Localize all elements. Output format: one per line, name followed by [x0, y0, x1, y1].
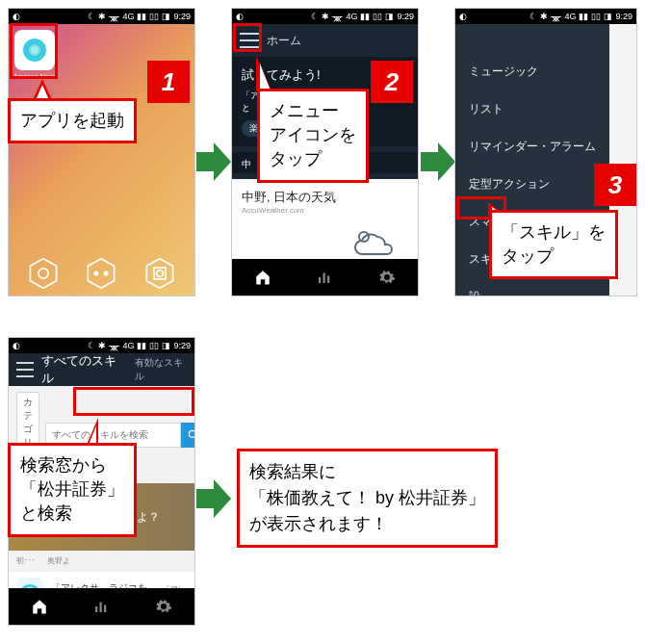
- callout-result: 検索結果に 「株価教えて！ by 松井証券」 が表示されます！: [237, 449, 498, 548]
- skills-topbar: すべてのスキル 有効なスキル: [9, 353, 194, 386]
- weather-source: AccuWeather.com: [242, 206, 408, 215]
- dock: [9, 257, 194, 290]
- callout-step2: メニュー アイコンを タップ: [257, 89, 369, 183]
- dock-icon-2[interactable]: [85, 257, 117, 290]
- svg-point-14: [189, 430, 195, 437]
- svg-point-1: [39, 269, 48, 278]
- svg-rect-16: [95, 606, 97, 612]
- phone-step1: ◐ ☾✱ᚘ4G▮▮▯▯◨ 9:29 Amazon Alexa: [8, 8, 195, 296]
- gear-icon[interactable]: [378, 269, 396, 286]
- skills-title: すべてのスキル: [41, 352, 119, 387]
- svg-marker-5: [146, 259, 172, 289]
- home-icon[interactable]: [254, 269, 271, 286]
- svg-rect-11: [323, 273, 325, 284]
- svg-rect-18: [104, 605, 106, 613]
- dock-icon-1[interactable]: [27, 257, 60, 290]
- svg-marker-8: [196, 142, 231, 181]
- callout-step1: アプリを起動: [8, 98, 137, 143]
- bottom-tabbar: [9, 588, 194, 625]
- drawer-item-list[interactable]: リスト: [455, 90, 609, 128]
- svg-point-4: [104, 270, 109, 275]
- statusbar: ◐ ☾✱ᚘ4G▮▮▯▯◨ 9:29: [455, 9, 636, 24]
- callout-step4: 検索窓から 「松井証券」 と検索: [8, 443, 137, 537]
- svg-rect-10: [319, 277, 321, 283]
- clock: 9:29: [397, 12, 414, 21]
- drawer-item-settings[interactable]: 設: [455, 278, 609, 296]
- arrow-3: [196, 479, 231, 518]
- svg-rect-12: [327, 276, 329, 284]
- svg-marker-13: [421, 142, 455, 181]
- svg-marker-2: [89, 259, 115, 289]
- weather-location: 中野, 日本の天気: [242, 189, 408, 206]
- step-number-2: 2: [371, 61, 413, 103]
- home-icon[interactable]: [31, 598, 48, 615]
- statusbar: ◐ ☾✱ᚘ4G▮▮▯▯◨ 9:29: [9, 9, 194, 24]
- svg-marker-0: [31, 259, 57, 289]
- drawer-item-music[interactable]: ミュージック: [455, 53, 609, 90]
- search-button[interactable]: [181, 423, 195, 448]
- arrow-2: [421, 142, 455, 181]
- stats-icon[interactable]: [316, 269, 333, 286]
- hamburger-icon[interactable]: [16, 362, 34, 377]
- arrow-1: [196, 142, 231, 181]
- svg-point-3: [94, 270, 99, 275]
- statusbar: ◐ ☾✱ᚘ4G▮▮▯▯◨ 9:29: [232, 9, 418, 24]
- amazon-alexa-app-icon[interactable]: Amazon Alexa: [14, 30, 55, 70]
- svg-point-7: [156, 270, 163, 277]
- clock: 9:29: [615, 12, 632, 21]
- svg-marker-19: [196, 479, 231, 518]
- clock: 9:29: [173, 12, 191, 21]
- hamburger-icon[interactable]: [240, 33, 259, 48]
- stats-icon[interactable]: [92, 598, 110, 615]
- statusbar: ◐ ☾✱ᚘ4G▮▮▯▯◨ 9:29: [9, 338, 194, 353]
- gear-icon[interactable]: [155, 598, 172, 615]
- svg-rect-17: [100, 603, 102, 613]
- callout-step3: 「スキル」を タップ: [489, 210, 618, 279]
- dock-icon-3[interactable]: [143, 257, 176, 290]
- step-number-1: 1: [147, 61, 190, 103]
- bottom-tabbar: [232, 259, 418, 296]
- skills-subtab[interactable]: 有効なスキル: [135, 356, 187, 383]
- topbar-title: ホーム: [267, 33, 301, 49]
- drawer-item-routine[interactable]: 定型アクション: [455, 166, 609, 203]
- step-number-3: 3: [594, 164, 636, 206]
- drawer-item-reminder[interactable]: リマインダー・アラーム: [455, 128, 609, 166]
- clock: 9:29: [173, 341, 191, 350]
- search-icon: [187, 428, 195, 442]
